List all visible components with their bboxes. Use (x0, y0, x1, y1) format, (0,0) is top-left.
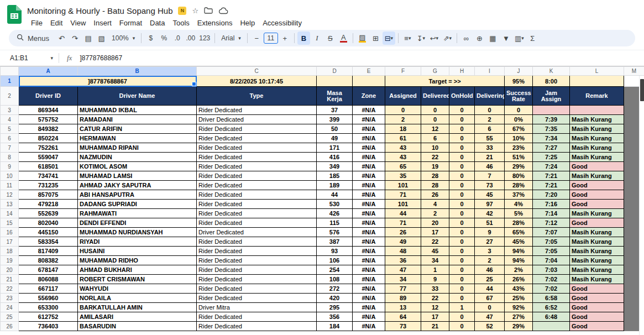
cell-onhold[interactable]: 0 (449, 284, 475, 294)
cell-zone[interactable]: #N/A (353, 265, 385, 275)
decrease-decimal-button[interactable]: .0 (171, 32, 184, 45)
row-header-8[interactable]: 8 (1, 153, 19, 162)
cell-driver-name[interactable]: WAHYUDI (78, 284, 197, 294)
cell-driver-id[interactable]: 752261 (19, 143, 78, 153)
cell-jam-assign[interactable]: 7:21 (533, 181, 570, 190)
row-header-6[interactable]: 6 (1, 134, 19, 143)
cell-jam-assign[interactable]: 7:34 (533, 134, 570, 143)
table-header-jam-assign[interactable]: Jam Assign (533, 87, 570, 106)
cell-driver-name[interactable]: MUHAMMAD RIDHO (78, 256, 197, 265)
cell-delivered[interactable]: 12 (421, 124, 449, 134)
cell-masa-kerja[interactable]: 530 (317, 200, 353, 209)
cell-assigned[interactable]: 35 (385, 171, 421, 181)
cell-masa-kerja[interactable]: 399 (317, 115, 353, 124)
menu-file[interactable]: File (27, 18, 46, 28)
cell-onhold[interactable]: 0 (449, 171, 475, 181)
cell-delivering[interactable]: 42 (475, 209, 505, 218)
cell-delivered[interactable]: 22 (421, 237, 449, 247)
row-header-21[interactable]: 21 (1, 275, 19, 284)
cell-masa-kerja[interactable]: 185 (317, 171, 353, 181)
cell-remark[interactable]: Masih Kurang (570, 153, 624, 162)
row-header-13[interactable]: 13 (1, 200, 19, 209)
cell-zone[interactable]: #N/A (353, 115, 385, 124)
cell-driver-id[interactable]: 612752 (19, 312, 78, 322)
cell-target-time[interactable]: 8:00 (533, 76, 570, 87)
row-header-20[interactable]: 20 (1, 265, 19, 275)
cell-masa-kerja[interactable]: 576 (317, 228, 353, 237)
insert-comment-button[interactable]: ⊕ (473, 32, 486, 45)
cell-success-rate[interactable]: 94% (505, 256, 533, 265)
cell-remark[interactable]: Good (570, 294, 624, 303)
cell-delivering[interactable]: 46 (475, 265, 505, 275)
cell-onhold[interactable]: 0 (449, 162, 475, 171)
cell-success-rate[interactable]: 5% (505, 209, 533, 218)
cell-zone[interactable]: #N/A (353, 256, 385, 265)
create-filter-button[interactable]: ▼ (500, 32, 512, 45)
column-header-k[interactable]: K (533, 67, 570, 76)
cell-driver-id[interactable]: 479218 (19, 200, 78, 209)
cell-type[interactable]: Rider Dedicated (197, 106, 317, 115)
cell-zone[interactable]: #N/A (353, 106, 385, 115)
cell-type[interactable]: Rider Dedicated (197, 218, 317, 228)
cell-driver-name[interactable]: DENDI EFFENDI (78, 218, 197, 228)
cell-delivering[interactable]: 33 (475, 143, 505, 153)
cell-masa-kerja[interactable]: 44 (317, 190, 353, 200)
cell-driver-name[interactable]: AMILASARI (78, 312, 197, 322)
row-header-9[interactable]: 9 (1, 162, 19, 171)
formula-input[interactable]: ]87787688867 (80, 54, 122, 62)
cell-jam-assign[interactable]: 7:02 (533, 275, 570, 284)
cell-delivering[interactable]: 52 (475, 322, 505, 331)
column-header-c[interactable]: C (197, 67, 317, 76)
scrollbar-thumb[interactable] (640, 79, 644, 101)
cell-driver-id[interactable]: 678147 (19, 265, 78, 275)
cell-delivering[interactable]: 21 (475, 153, 505, 162)
cell-delivered[interactable]: 19 (421, 162, 449, 171)
cell-jam-assign[interactable]: 6:48 (533, 312, 570, 322)
cell-driver-name[interactable]: MUHAMMAD IKBAL (78, 106, 197, 115)
cell-jam-assign[interactable]: 6:52 (533, 303, 570, 312)
cell-delivering[interactable]: 44 (475, 284, 505, 294)
cell-jam-assign[interactable]: 7:12 (533, 218, 570, 228)
menu-extensions[interactable]: Extensions (193, 18, 237, 28)
cell-success-rate[interactable]: 29% (505, 162, 533, 171)
column-header-i[interactable]: I (475, 67, 505, 76)
cell-type[interactable]: Driver Mitra (197, 303, 317, 312)
cell-zone[interactable]: #N/A (353, 124, 385, 134)
cell-jam-assign[interactable]: 6:58 (533, 294, 570, 303)
cell-success-rate[interactable]: 2% (505, 265, 533, 275)
column-header-m[interactable]: M (624, 67, 644, 76)
row-header-1[interactable]: 1 (1, 76, 19, 87)
cell-zone[interactable]: #N/A (353, 322, 385, 331)
cell-jam-assign[interactable]: 7:21 (533, 171, 570, 181)
row-header-7[interactable]: 7 (1, 143, 19, 153)
cell-delivered[interactable]: 9 (421, 275, 449, 284)
cell-assigned[interactable]: 49 (385, 237, 421, 247)
cell-delivering[interactable]: 0 (475, 106, 505, 115)
cell-remark[interactable]: Good (570, 190, 624, 200)
cell-onhold[interactable]: 0 (449, 322, 475, 331)
cell-driver-name[interactable]: NORLAILA (78, 294, 197, 303)
cell-assigned[interactable]: 77 (385, 284, 421, 294)
row-header-2[interactable]: 2 (1, 87, 19, 106)
cell-driver-name[interactable]: AHMAD JAKY SAPUTRA (78, 181, 197, 190)
cell-jam-assign[interactable]: 7:24 (533, 162, 570, 171)
cell-delivered[interactable]: 17 (421, 228, 449, 237)
cell-driver-name[interactable]: MUHAMMAD NURDIANSYAH (78, 228, 197, 237)
cell-zone[interactable]: #N/A (353, 312, 385, 322)
cell-success-rate[interactable]: 65% (505, 228, 533, 237)
text-rotation-button[interactable]: ⇗ ▾ (441, 32, 454, 45)
cell-success-rate[interactable]: 67% (505, 124, 533, 134)
cell-driver-id[interactable]: 734741 (19, 171, 78, 181)
cell-masa-kerja[interactable]: 356 (317, 312, 353, 322)
cell-success-rate[interactable]: 28% (505, 181, 533, 190)
cell-onhold[interactable]: 0 (449, 106, 475, 115)
cell-zone[interactable]: #N/A (353, 228, 385, 237)
format-currency-button[interactable]: $ (144, 32, 157, 45)
cell-driver-name[interactable]: DADANG SUPRIADI (78, 200, 197, 209)
strikethrough-button[interactable]: S (324, 32, 337, 45)
cell-type[interactable]: Rider Dedicated (197, 247, 317, 256)
cell-zone[interactable]: #N/A (353, 247, 385, 256)
cell-zone[interactable]: #N/A (353, 143, 385, 153)
borders-button[interactable]: ⊞ (369, 32, 382, 45)
column-header-j[interactable]: J (505, 67, 533, 76)
